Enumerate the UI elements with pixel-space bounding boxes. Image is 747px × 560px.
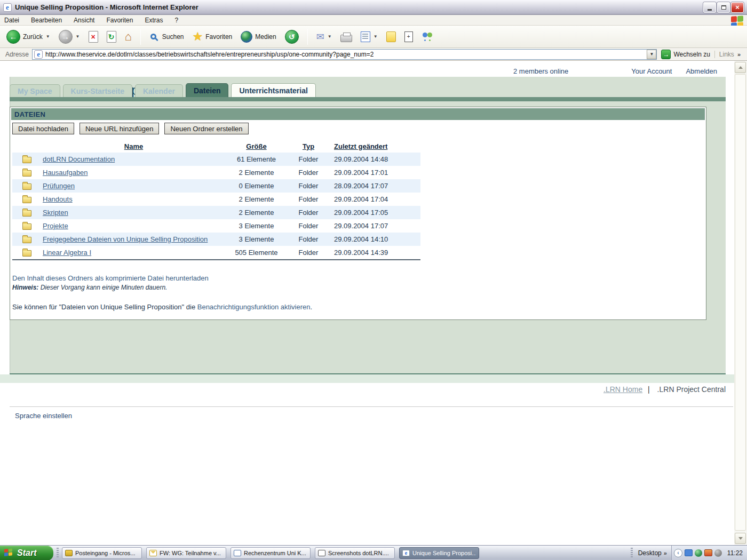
tab-kurs-startseite[interactable]: Kurs-Startseite: [63, 84, 132, 97]
task-mail-message[interactable]: FW: WG: Teilnahme v...: [146, 547, 226, 559]
your-account-link[interactable]: Your Account: [631, 67, 672, 75]
note-icon: [386, 31, 396, 42]
menu-bar: Datei Bearbeiten Ansicht Favoriten Extra…: [0, 15, 747, 26]
messenger-button[interactable]: [419, 30, 435, 44]
folder-icon: [22, 170, 31, 177]
scrollbar-thumb[interactable]: [735, 74, 746, 531]
type-cell: Folder: [287, 249, 330, 257]
hint-text: Hinweis: Dieser Vorgang kann einige Minu…: [12, 284, 706, 291]
tab-bar: My Space Kurs-Startseite Kalender Dateie…: [10, 83, 316, 97]
portlet-title: DATEIEN: [11, 108, 705, 120]
task-rechenzentrum[interactable]: Rechenzentrum Uni K...: [231, 547, 311, 559]
links-toolbar[interactable]: Links »: [714, 51, 745, 58]
print-button[interactable]: [338, 30, 354, 44]
notification-activate-link[interactable]: Benachrichtigungsfunktion aktivieren: [197, 303, 311, 311]
search-button[interactable]: Suchen: [147, 30, 186, 43]
scroll-up-button[interactable]: [735, 62, 746, 73]
menu-favoriten[interactable]: Favoriten: [106, 17, 133, 24]
address-url: http://www.theservice.de/dotlrn/classes/…: [45, 51, 374, 58]
tab-unterrichtsmaterial[interactable]: Unterrichtsmaterial: [231, 83, 315, 97]
type-cell: Folder: [287, 235, 330, 243]
research-button[interactable]: +: [402, 30, 415, 44]
folder-link[interactable]: Hausaufgaben: [43, 169, 88, 177]
create-folder-button[interactable]: Neuen Ordner erstellen: [164, 123, 248, 134]
back-icon: ←: [6, 30, 20, 44]
mail-button[interactable]: ✉ ▼: [314, 29, 334, 44]
restore-button[interactable]: [717, 2, 730, 13]
desktop-toolbar-grip[interactable]: [631, 548, 633, 558]
minimize-button[interactable]: [703, 2, 716, 13]
folder-link[interactable]: Handouts: [43, 195, 73, 203]
vertical-scrollbar[interactable]: [734, 61, 747, 545]
size-column-header[interactable]: Größe: [246, 142, 266, 150]
files-table: Name Größe Typ Zuletzt geändert dotLRN D…: [12, 140, 420, 259]
network-tray-icon[interactable]: [685, 549, 693, 556]
address-input[interactable]: e http://www.theservice.de/dotlrn/classe…: [32, 49, 657, 60]
stop-button[interactable]: ×: [86, 29, 100, 44]
download-zip-link[interactable]: Den Inhalt dieses Ordners als komprimier…: [12, 274, 209, 282]
modified-cell: 29.09.2004 17:07: [330, 222, 420, 230]
start-button[interactable]: Start: [0, 546, 53, 560]
back-button[interactable]: ← Zurück ▼: [4, 28, 52, 45]
tray-collapse-button[interactable]: ‹: [674, 549, 682, 557]
display-tray-icon[interactable]: [704, 549, 712, 556]
tab-my-space[interactable]: My Space: [10, 84, 60, 97]
scroll-down-button[interactable]: [735, 533, 746, 544]
links-chevron-icon[interactable]: »: [737, 51, 741, 58]
forward-button[interactable]: → ▼: [57, 28, 82, 45]
folder-link[interactable]: Linear Algebra I: [43, 249, 91, 257]
logout-link[interactable]: Abmelden: [686, 67, 717, 75]
tab-dateien[interactable]: Dateien: [186, 83, 229, 97]
mail-dropdown-icon[interactable]: ▼: [328, 34, 332, 39]
task-unique-selling-proposition[interactable]: e Unique Selling Proposi...: [399, 547, 479, 559]
folder-link[interactable]: dotLRN Documentation: [43, 155, 115, 163]
menu-extras[interactable]: Extras: [145, 17, 163, 24]
edit-dropdown-icon[interactable]: ▼: [374, 34, 378, 39]
type-column-header[interactable]: Typ: [303, 142, 314, 150]
offline-globe-tray-icon[interactable]: [714, 549, 722, 557]
forward-dropdown-icon[interactable]: ▼: [76, 34, 80, 39]
download-section: Den Inhalt dieses Ordners als komprimier…: [12, 274, 706, 311]
favorites-button[interactable]: ★ Favoriten: [190, 29, 235, 44]
folder-link[interactable]: Skripten: [43, 209, 68, 217]
discuss-button[interactable]: [384, 30, 398, 44]
history-button[interactable]: ↺: [283, 28, 301, 45]
folder-link[interactable]: Freigegebene Dateien von Unique Selling …: [43, 235, 208, 243]
modified-column-header[interactable]: Zuletzt geändert: [334, 142, 387, 150]
folder-link[interactable]: Projekte: [43, 222, 68, 230]
close-button[interactable]: ×: [731, 2, 744, 13]
tab-kalender[interactable]: Kalender: [135, 84, 183, 97]
task-posteingang[interactable]: Posteingang - Micros...: [62, 547, 142, 559]
quicklaunch-grip[interactable]: [57, 548, 59, 558]
folder-link[interactable]: Prüfungen: [43, 182, 75, 190]
desktop-toolbar[interactable]: Desktop: [638, 549, 662, 557]
menu-datei[interactable]: Datei: [4, 17, 19, 24]
menu-hilfe[interactable]: ?: [174, 17, 178, 24]
media-button[interactable]: Medien: [239, 29, 278, 44]
task-screenshots[interactable]: Screenshots dotLRN....: [315, 547, 395, 559]
menu-bearbeiten[interactable]: Bearbeiten: [31, 17, 62, 24]
lrn-project-central-link[interactable]: .LRN Project Central: [657, 385, 726, 394]
desktop-chevron-icon[interactable]: »: [664, 550, 667, 556]
folder-icon: [22, 223, 31, 230]
lrn-home-link[interactable]: .LRN Home: [603, 385, 642, 394]
address-dropdown-button[interactable]: ▼: [647, 50, 656, 59]
language-settings-link[interactable]: Sprache einstellen: [15, 412, 72, 420]
address-bar: Adresse e http://www.theservice.de/dotlr…: [0, 48, 747, 61]
folder-icon: [22, 183, 31, 190]
toolbar-separator: [140, 29, 141, 45]
add-url-button[interactable]: Neue URL hinzufügen: [80, 123, 159, 134]
antivirus-tray-icon[interactable]: [695, 549, 702, 557]
media-globe-icon: [241, 31, 252, 43]
name-column-header[interactable]: Name: [124, 142, 143, 150]
tab-underline-bar: [10, 97, 726, 101]
type-cell: Folder: [287, 209, 330, 217]
refresh-button[interactable]: ↻: [105, 29, 118, 44]
back-dropdown-icon[interactable]: ▼: [46, 34, 50, 39]
home-button[interactable]: ⌂: [123, 29, 134, 44]
menu-ansicht[interactable]: Ansicht: [74, 17, 94, 24]
go-button[interactable]: → Wechseln zu: [661, 50, 710, 59]
edit-button[interactable]: ▼: [359, 30, 380, 44]
upload-file-button[interactable]: Datei hochladen: [12, 123, 74, 134]
members-online-link[interactable]: 2 members online: [513, 67, 568, 75]
